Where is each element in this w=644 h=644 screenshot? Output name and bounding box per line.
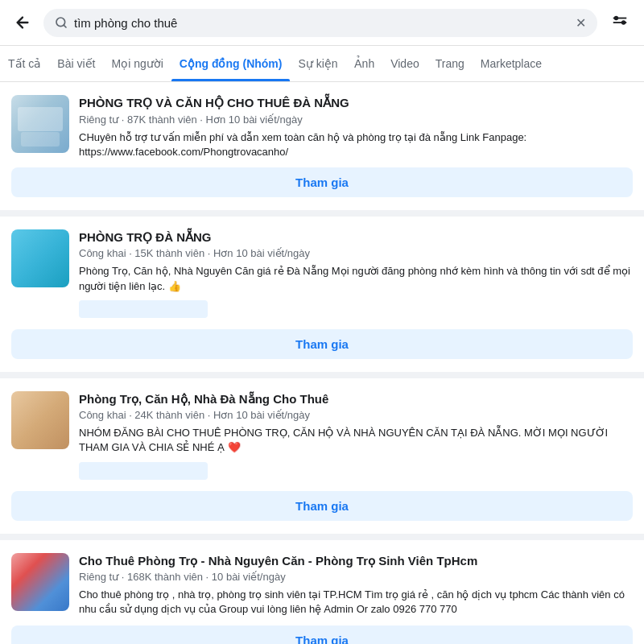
tab-tat-ca[interactable]: Tất cả bbox=[0, 46, 49, 81]
search-input[interactable] bbox=[74, 16, 569, 30]
group-image bbox=[11, 95, 69, 153]
group-name: PHÒNG TRỌ ĐÀ NẴNG bbox=[79, 229, 633, 246]
group-desc: CHuyên hỗ trợ tư vấn miễn phí và dẫn xem… bbox=[79, 130, 633, 159]
filter-icon bbox=[611, 14, 629, 31]
group-meta: Riêng tư · 168K thành viên · 10 bài viết… bbox=[79, 571, 633, 583]
svg-point-4 bbox=[622, 21, 625, 24]
group-header: PHÒNG TRỌ ĐÀ NẴNG Công khai · 15K thành … bbox=[11, 229, 633, 321]
nav-tabs: Tất cả Bài viết Mọi người Cộng đồng (Nhó… bbox=[0, 46, 644, 82]
tab-moi-nguoi[interactable]: Mọi người bbox=[103, 46, 171, 81]
group-info: PHÒNG TRỌ VÀ CĂN HỘ CHO THUÊ ĐÀ NẴNG Riê… bbox=[79, 95, 633, 159]
group-desc: NHÓM ĐĂNG BÀI CHO THUÊ PHÒNG TRỌ, CĂN HỘ… bbox=[79, 426, 633, 455]
group-header: Phòng Trọ, Căn Hộ, Nhà Đà Nẵng Cho Thuê … bbox=[11, 391, 633, 483]
group-info: PHÒNG TRỌ ĐÀ NẴNG Công khai · 15K thành … bbox=[79, 229, 633, 321]
tab-trang[interactable]: Trang bbox=[427, 46, 473, 81]
join-button[interactable]: Tham gia bbox=[11, 167, 633, 197]
group-card: Phòng Trọ, Căn Hộ, Nhà Đà Nẵng Cho Thuê … bbox=[0, 378, 644, 540]
group-header: Cho Thuê Phòng Trọ - Nhà Nguyên Căn - Ph… bbox=[11, 553, 633, 617]
top-bar: ✕ bbox=[0, 0, 644, 46]
search-icon bbox=[55, 16, 68, 29]
search-box[interactable]: ✕ bbox=[43, 9, 597, 37]
group-info: Phòng Trọ, Căn Hộ, Nhà Đà Nẵng Cho Thuê … bbox=[79, 391, 633, 483]
group-info: Cho Thuê Phòng Trọ - Nhà Nguyên Căn - Ph… bbox=[79, 553, 633, 617]
group-card: PHÒNG TRỌ VÀ CĂN HỘ CHO THUÊ ĐÀ NẴNG Riê… bbox=[0, 82, 644, 217]
group-meta: Công khai · 24K thành viên · Hơn 10 bài … bbox=[79, 409, 633, 421]
clear-icon[interactable]: ✕ bbox=[576, 15, 586, 31]
join-button[interactable]: Tham gia bbox=[11, 491, 633, 521]
group-image bbox=[11, 391, 69, 449]
tab-anh[interactable]: Ảnh bbox=[346, 46, 383, 81]
group-card: PHÒNG TRỌ ĐÀ NẴNG Công khai · 15K thành … bbox=[0, 217, 644, 378]
group-name: Phòng Trọ, Căn Hộ, Nhà Đà Nẵng Cho Thuê bbox=[79, 391, 633, 407]
tab-video[interactable]: Video bbox=[382, 46, 427, 81]
group-desc: Cho thuê phòng trọ , nhà trọ, phòng trọ … bbox=[79, 588, 633, 617]
join-button[interactable]: Tham gia bbox=[11, 329, 633, 359]
tab-cong-dong[interactable]: Cộng đồng (Nhóm) bbox=[171, 46, 291, 81]
svg-point-3 bbox=[615, 17, 618, 20]
tab-bai-viet[interactable]: Bài viết bbox=[49, 46, 103, 81]
group-image bbox=[11, 229, 69, 287]
tab-marketplace[interactable]: Marketplace bbox=[473, 46, 550, 81]
group-header: PHÒNG TRỌ VÀ CĂN HỘ CHO THUÊ ĐÀ NẴNG Riê… bbox=[11, 95, 633, 159]
group-name: Cho Thuê Phòng Trọ - Nhà Nguyên Căn - Ph… bbox=[79, 553, 633, 569]
group-badge bbox=[79, 300, 208, 318]
filter-button[interactable] bbox=[605, 8, 634, 37]
group-badge bbox=[79, 462, 208, 480]
tab-su-kien[interactable]: Sự kiện bbox=[290, 46, 345, 81]
join-button[interactable]: Tham gia bbox=[11, 625, 633, 645]
results-list: PHÒNG TRỌ VÀ CĂN HỘ CHO THUÊ ĐÀ NẴNG Riê… bbox=[0, 82, 644, 644]
group-meta: Công khai · 15K thành viên · Hơn 10 bài … bbox=[79, 247, 633, 259]
group-name: PHÒNG TRỌ VÀ CĂN HỘ CHO THUÊ ĐÀ NẴNG bbox=[79, 95, 633, 111]
group-desc: Phòng Trọ, Căn hộ, Nhà Nguyên Căn giá rẻ… bbox=[79, 264, 633, 293]
group-image bbox=[11, 553, 69, 611]
group-card: Cho Thuê Phòng Trọ - Nhà Nguyên Căn - Ph… bbox=[0, 540, 644, 644]
group-meta: Riêng tư · 87K thành viên · Hơn 10 bài v… bbox=[79, 114, 633, 126]
back-button[interactable] bbox=[10, 10, 35, 35]
